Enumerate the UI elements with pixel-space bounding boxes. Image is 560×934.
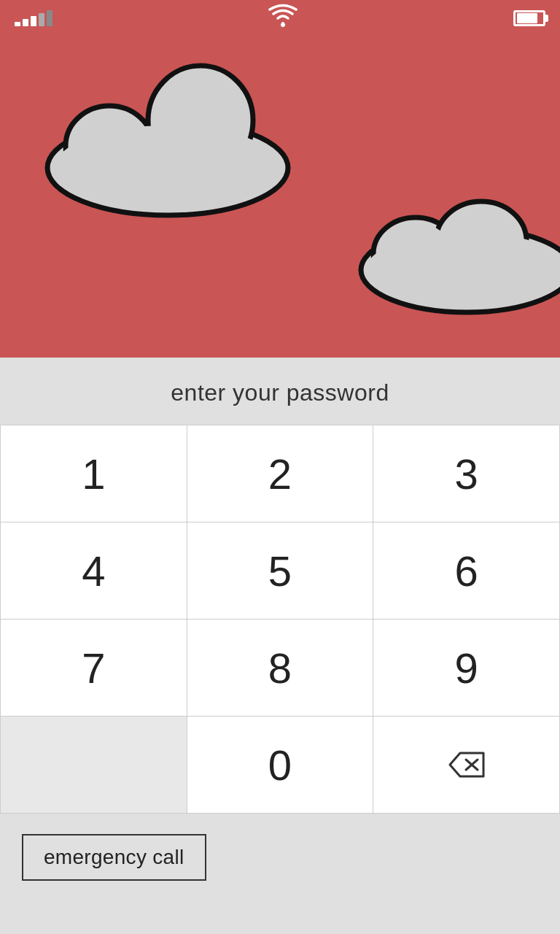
emergency-call-wrapper: emergency call [0,814,560,881]
key-empty [1,717,187,814]
svg-point-0 [281,23,285,27]
signal-bar-4 [39,13,44,26]
cloud-illustration [0,0,560,358]
cloud-2 [361,201,560,312]
keypad: 1 2 3 4 5 6 7 8 9 0 [0,425,560,814]
key-5[interactable]: 5 [187,522,374,620]
svg-point-5 [71,111,147,181]
backspace-icon [446,749,488,781]
signal-strength-icon [15,10,52,26]
emergency-call-button[interactable]: emergency call [22,834,206,881]
key-8[interactable]: 8 [187,620,374,717]
key-3[interactable]: 3 [373,425,560,522]
key-6[interactable]: 6 [373,522,560,620]
svg-point-12 [442,207,521,275]
wallpaper [0,0,560,358]
key-backspace[interactable] [373,717,560,814]
signal-bar-3 [31,16,36,26]
key-9[interactable]: 9 [373,620,560,717]
svg-point-6 [154,69,247,169]
password-prompt: enter your password [0,358,560,425]
key-1[interactable]: 1 [1,425,187,522]
signal-bar-1 [15,22,20,26]
signal-bar-5 [47,10,52,26]
key-0[interactable]: 0 [187,717,374,814]
key-4[interactable]: 4 [1,522,187,620]
wifi-icon [268,3,298,34]
lock-screen-lower: enter your password 1 2 3 4 5 6 7 8 9 0 … [0,358,560,934]
battery-icon [513,10,545,26]
key-2[interactable]: 2 [187,425,374,522]
cloud-1 [47,66,288,215]
signal-bar-2 [23,19,28,26]
key-7[interactable]: 7 [1,620,187,717]
svg-point-11 [379,223,452,285]
battery-fill [517,13,537,23]
status-bar [0,0,560,36]
